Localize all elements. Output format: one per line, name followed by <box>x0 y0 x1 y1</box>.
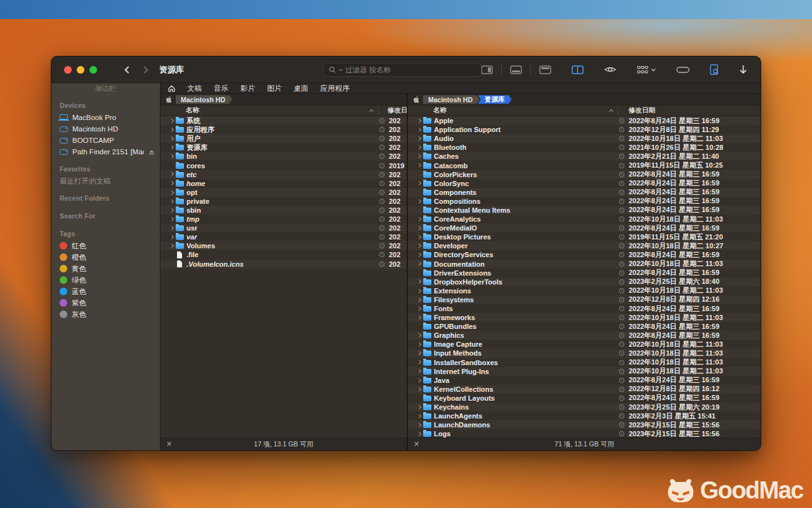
disclosure-chevron-icon[interactable] <box>417 163 421 167</box>
favorites-tab[interactable]: 图片 <box>267 84 282 93</box>
file-row[interactable]: KernelCollections2022年12月8日 星期四 16:12 <box>408 385 761 394</box>
file-row[interactable]: home202 <box>160 179 407 188</box>
sidebar-item[interactable]: BOOTCAMP <box>51 135 160 146</box>
disclosure-chevron-icon[interactable] <box>169 244 173 248</box>
file-row[interactable]: Compositions2022年8月24日 星期三 16:59 <box>408 197 761 206</box>
file-row[interactable]: Developer2022年10月18日 星期二 10:27 <box>408 241 761 250</box>
disclosure-chevron-icon[interactable] <box>169 137 173 140</box>
favorites-tab[interactable]: 文稿 <box>187 84 202 93</box>
file-row[interactable]: Audio2022年10月18日 星期二 11:03 <box>408 134 761 143</box>
file-row[interactable]: LaunchDaemons2023年2月15日 星期三 15:56 <box>408 420 761 429</box>
disclosure-chevron-icon[interactable] <box>169 235 173 239</box>
disclosure-chevron-icon[interactable] <box>417 145 421 149</box>
disclosure-chevron-icon[interactable] <box>169 145 173 149</box>
preview-button[interactable] <box>602 63 619 77</box>
file-row[interactable]: Contextual Menu Items2022年8月24日 星期三 16:5… <box>408 206 761 215</box>
file-row[interactable]: Apple2022年8月24日 星期三 16:59 <box>408 116 761 125</box>
disclosure-chevron-icon[interactable] <box>417 244 421 248</box>
find-files-button[interactable] <box>708 63 721 77</box>
title-bar[interactable]: 资源库 过滤器 按名称 <box>51 57 761 83</box>
sidebar-item[interactable]: 红色 <box>51 240 160 251</box>
minimize-button[interactable] <box>77 66 84 74</box>
disclosure-chevron-icon[interactable] <box>417 369 421 373</box>
disclosure-chevron-icon[interactable] <box>417 423 421 427</box>
sidebar-item[interactable]: 灰色 <box>51 309 160 320</box>
date-column-header[interactable]: 修改日期 <box>379 106 407 115</box>
date-column-header[interactable]: 修改日期 <box>619 106 761 115</box>
sidebar-item[interactable]: MacBook Pro <box>51 112 160 123</box>
disclosure-chevron-icon[interactable] <box>417 405 421 409</box>
disclosure-chevron-icon[interactable] <box>417 333 421 337</box>
disclosure-chevron-icon[interactable] <box>417 378 421 382</box>
file-row[interactable]: Components2022年8月24日 星期三 16:59 <box>408 188 761 197</box>
file-row[interactable]: InstallerSandboxes2022年10月18日 星期二 11:03 <box>408 358 761 367</box>
favorites-tab[interactable]: 音乐 <box>214 84 228 93</box>
disclosure-chevron-icon[interactable] <box>417 119 421 123</box>
disclosure-chevron-icon[interactable] <box>169 217 173 221</box>
file-row[interactable]: Filesystems2022年12月8日 星期四 12:16 <box>408 295 761 304</box>
favorites-tab[interactable]: 桌面 <box>294 84 308 93</box>
file-row[interactable]: opt202 <box>160 188 407 197</box>
disclosure-chevron-icon[interactable] <box>169 208 173 212</box>
sidebar-item[interactable]: 黄色 <box>51 263 160 274</box>
disclosure-chevron-icon[interactable] <box>417 307 421 311</box>
disclosure-chevron-icon[interactable] <box>417 432 421 436</box>
close-button[interactable] <box>64 66 72 74</box>
disclosure-chevron-icon[interactable] <box>417 199 421 203</box>
modules-menu-button[interactable] <box>635 63 658 77</box>
file-row[interactable]: Volumes202 <box>160 241 407 250</box>
file-row[interactable]: 系统202 <box>160 116 407 125</box>
disclosure-chevron-icon[interactable] <box>417 217 421 221</box>
file-row[interactable]: Extensions2022年10月18日 星期二 11:03 <box>408 286 761 295</box>
disclosure-chevron-icon[interactable] <box>417 342 421 346</box>
file-row[interactable]: Internet Plug-Ins2022年10月18日 星期二 11:03 <box>408 367 761 376</box>
disclosure-chevron-icon[interactable] <box>169 226 173 230</box>
disclosure-chevron-icon[interactable] <box>417 351 421 355</box>
disclosure-chevron-icon[interactable] <box>169 172 173 176</box>
name-column-header[interactable]: 名称 <box>408 106 610 115</box>
forward-button[interactable] <box>136 62 153 78</box>
disclosure-chevron-icon[interactable] <box>169 199 173 203</box>
sidebar-item[interactable]: 橙色 <box>51 251 160 263</box>
file-row[interactable]: cores2019 <box>160 161 407 170</box>
file-row[interactable]: DriverExtensions2022年8月24日 星期三 16:59 <box>408 269 761 277</box>
file-row[interactable]: Desktop Pictures2019年11月15日 星期五 21:20 <box>408 232 761 241</box>
disclosure-chevron-icon[interactable] <box>417 289 421 293</box>
file-row[interactable]: Bluetooth2021年10月26日 星期二 10:28 <box>408 143 761 152</box>
file-row[interactable]: sbin202 <box>160 206 407 215</box>
disclosure-chevron-icon[interactable] <box>417 154 421 158</box>
file-row[interactable]: ColorSync2022年8月24日 星期三 16:59 <box>408 179 761 188</box>
toggle-bottom-panel-button[interactable] <box>508 63 524 77</box>
sidebar-item[interactable]: Macintosh HD <box>51 123 160 135</box>
disclosure-chevron-icon[interactable] <box>417 137 421 140</box>
sidebar-item[interactable]: 绿色 <box>51 274 160 286</box>
file-row[interactable]: 资源库202 <box>160 143 407 152</box>
file-row[interactable]: LaunchAgents2023年2月3日 星期五 15:41 <box>408 411 761 420</box>
disclosure-chevron-icon[interactable] <box>417 235 421 239</box>
file-row[interactable]: Image Capture2022年10月18日 星期二 11:03 <box>408 340 761 349</box>
file-row[interactable]: Application Support2022年12月8日 星期四 11:29 <box>408 125 761 134</box>
file-row[interactable]: CoreAnalytics2022年10月18日 星期二 11:03 <box>408 215 761 224</box>
disclosure-chevron-icon[interactable] <box>417 360 421 364</box>
home-icon[interactable] <box>168 85 175 92</box>
file-row[interactable]: private202 <box>160 197 407 206</box>
sidebar-item[interactable]: 紫色 <box>51 297 160 309</box>
file-row[interactable]: Input Methods2022年10月18日 星期二 11:03 <box>408 349 761 358</box>
file-row[interactable]: GPUBundles2022年8月24日 星期三 16:59 <box>408 322 761 331</box>
file-row[interactable]: CoreMediaIO2022年8月24日 星期三 16:59 <box>408 224 761 232</box>
disclosure-chevron-icon[interactable] <box>417 316 421 319</box>
sidebar-item[interactable]: Path Finder 2151 [Mac… <box>51 146 160 157</box>
file-row[interactable]: Documentation2022年10月18日 星期二 11:03 <box>408 260 761 269</box>
disclosure-chevron-icon[interactable] <box>169 154 173 158</box>
disclosure-chevron-icon[interactable] <box>417 226 421 230</box>
sidebar-item[interactable]: 最近打开的文稿 <box>51 175 160 187</box>
favorites-tab[interactable]: 应用程序 <box>320 84 350 93</box>
disclosure-chevron-icon[interactable] <box>169 128 173 131</box>
breadcrumb[interactable]: 资源库 <box>478 95 512 104</box>
disclosure-chevron-icon[interactable] <box>169 190 173 194</box>
file-row[interactable]: Keyboard Layouts2022年8月24日 星期三 16:59 <box>408 394 761 403</box>
disclosure-chevron-icon[interactable] <box>417 182 421 185</box>
filter-search-field[interactable]: 过滤器 按名称 <box>323 63 481 77</box>
disclosure-chevron-icon[interactable] <box>417 414 421 418</box>
file-row[interactable]: Java2022年8月24日 星期三 16:59 <box>408 376 761 385</box>
